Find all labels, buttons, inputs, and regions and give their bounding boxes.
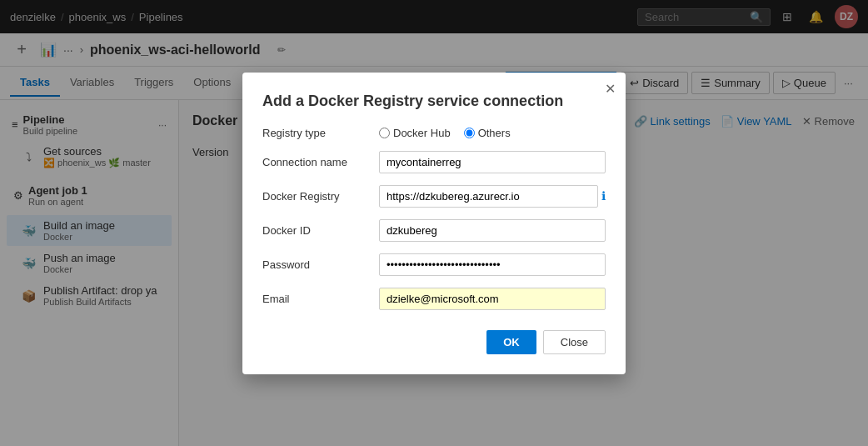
registry-type-label: Registry type [262,127,379,139]
docker-id-label: Docker ID [262,224,379,237]
docker-hub-radio[interactable] [379,128,390,138]
docker-registry-info-button[interactable]: ℹ [601,189,606,203]
others-label: Others [478,127,511,139]
dialog-footer: OK Close [262,330,606,354]
dialog-overlay: ✕ Add a Docker Registry service connecti… [0,0,868,446]
email-label: Email [262,293,379,305]
connection-name-input[interactable] [379,151,606,173]
password-label: Password [262,258,379,271]
docker-hub-option[interactable]: Docker Hub [379,127,451,139]
password-input[interactable] [379,253,606,276]
dialog-title: Add a Docker Registry service connection [262,93,606,110]
email-input[interactable] [379,288,606,310]
docker-id-input[interactable] [379,219,606,242]
connection-name-row: Connection name [262,151,606,173]
docker-hub-label: Docker Hub [393,127,451,139]
registry-type-row: Registry type Docker Hub Others [262,127,606,139]
docker-registry-input[interactable] [379,185,598,208]
docker-registry-label: Docker Registry [262,190,379,203]
password-row: Password [262,253,606,276]
others-option[interactable]: Others [464,127,511,139]
docker-id-row: Docker ID [262,219,606,242]
connection-name-label: Connection name [262,156,379,168]
others-radio[interactable] [464,128,475,138]
registry-type-value: Docker Hub Others [379,127,606,139]
close-button[interactable]: Close [543,330,606,354]
email-row: Email [262,288,606,310]
dialog: ✕ Add a Docker Registry service connecti… [242,73,626,374]
ok-button[interactable]: OK [486,330,536,354]
dialog-close-button[interactable]: ✕ [605,83,616,96]
docker-registry-row: Docker Registry ℹ [262,185,606,208]
